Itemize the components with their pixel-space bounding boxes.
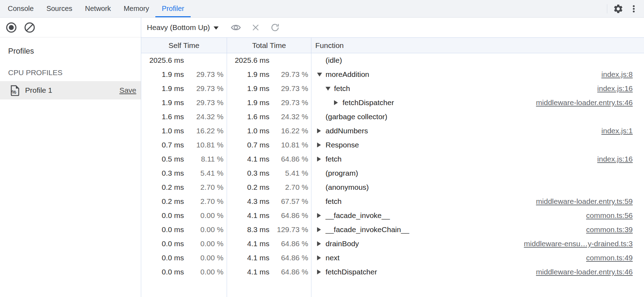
total-time-pct: 64.86 %: [269, 240, 308, 248]
profile-table-row[interactable]: 2025.6 ms 2025.6 ms (idle): [141, 53, 644, 67]
expand-arrow-icon[interactable]: [317, 241, 321, 246]
self-time-pct: 0.00 %: [184, 254, 223, 262]
source-location-link[interactable]: index.js:1: [594, 127, 644, 135]
profile-document-percent-icon: %: [10, 85, 19, 96]
self-time-pct: 0.00 %: [184, 225, 223, 234]
function-name: __facade_invokeChain__: [326, 225, 409, 234]
profile-table-row[interactable]: 0.2 ms 2.70 % 4.3 ms 67.57 % fetch middl…: [141, 194, 644, 208]
profile-table-row[interactable]: 0.2 ms 2.70 % 0.2 ms 2.70 % (anonymous): [141, 180, 644, 194]
source-location-link[interactable]: index.js:16: [590, 84, 644, 93]
self-time-pct: 5.41 %: [184, 169, 223, 177]
profile-table-row[interactable]: 1.0 ms 16.22 % 1.0 ms 16.22 % addNumbers…: [141, 124, 644, 138]
self-time-ms: 0.0 ms: [141, 240, 184, 248]
total-time-ms: 8.3 ms: [227, 225, 269, 234]
column-header-self-time[interactable]: Self Time: [141, 38, 227, 53]
function-name: fetch: [326, 197, 342, 206]
total-time-ms: 4.1 ms: [227, 211, 269, 220]
tab-sources[interactable]: Sources: [40, 0, 78, 17]
expand-arrow-slot: [326, 87, 334, 91]
column-header-function[interactable]: Function: [311, 38, 644, 53]
tab-memory[interactable]: Memory: [117, 0, 155, 17]
save-profile-link[interactable]: Save: [119, 86, 136, 95]
self-time-cell: 1.0 ms 16.22 %: [141, 124, 227, 138]
focus-function-button[interactable]: [231, 22, 241, 33]
expand-arrow-icon[interactable]: [317, 255, 321, 260]
total-time-pct: 29.73 %: [269, 70, 308, 79]
expand-arrow-icon[interactable]: [317, 269, 321, 274]
profile-table-row[interactable]: 0.7 ms 10.81 % 0.7 ms 10.81 % Response: [141, 138, 644, 152]
view-mode-label: Heavy (Bottom Up): [147, 23, 210, 32]
source-location-link[interactable]: index.js:16: [590, 155, 644, 163]
total-time-ms: 1.9 ms: [227, 84, 269, 93]
total-time-cell: 1.9 ms 29.73 %: [227, 81, 311, 96]
expand-arrow-icon[interactable]: [317, 128, 321, 133]
record-profile-button[interactable]: [6, 22, 17, 33]
self-time-pct: 2.70 %: [184, 183, 223, 192]
function-cell: drainBody middleware-ensu…y-drained.ts:3: [311, 237, 644, 251]
settings-gear-button[interactable]: [613, 4, 624, 14]
expand-arrow-icon[interactable]: [317, 227, 321, 232]
function-cell: addNumbers index.js:1: [311, 124, 644, 138]
self-time-ms: 1.6 ms: [141, 113, 184, 121]
tab-profiler[interactable]: Profiler: [155, 0, 190, 17]
profile-table-row[interactable]: 0.0 ms 0.00 % 4.1 ms 64.86 % next common…: [141, 251, 644, 265]
profile-list-item-selected[interactable]: % Profile 1 Save: [0, 81, 141, 99]
clear-profiles-button[interactable]: [24, 22, 35, 33]
profile-table-row[interactable]: 0.0 ms 0.00 % 4.1 ms 64.86 % __facade_in…: [141, 208, 644, 223]
source-location-link[interactable]: common.ts:39: [579, 225, 644, 234]
source-location-link[interactable]: middleware-loader.entry.ts:46: [529, 98, 644, 107]
self-time-cell: 0.0 ms 0.00 %: [141, 265, 227, 279]
source-location-link[interactable]: middleware-loader.entry.ts:46: [529, 268, 644, 276]
more-options-button[interactable]: [629, 4, 638, 13]
total-time-pct: 64.86 %: [269, 254, 308, 262]
tab-console[interactable]: Console: [1, 0, 40, 17]
total-time-pct: 24.32 %: [269, 113, 308, 121]
profile-table-row[interactable]: 1.9 ms 29.73 % 1.9 ms 29.73 % fetchDispa…: [141, 96, 644, 110]
expand-arrow-icon[interactable]: [334, 100, 338, 105]
total-time-cell: 4.1 ms 64.86 %: [227, 208, 311, 223]
profile-table-row[interactable]: 1.9 ms 29.73 % 1.9 ms 29.73 % moreAdditi…: [141, 67, 644, 81]
profile-table-row[interactable]: 1.6 ms 24.32 % 1.6 ms 24.32 % (garbage c…: [141, 110, 644, 124]
total-time-pct: 64.86 %: [269, 211, 308, 220]
self-time-ms: 0.3 ms: [141, 169, 184, 177]
function-name: (garbage collector): [326, 113, 387, 121]
profile-table-row[interactable]: 1.9 ms 29.73 % 1.9 ms 29.73 % fetch inde…: [141, 81, 644, 96]
total-time-cell: 0.7 ms 10.81 %: [227, 138, 311, 152]
profile-table-row[interactable]: 0.0 ms 0.00 % 8.3 ms 129.73 % __facade_i…: [141, 223, 644, 237]
expand-arrow-slot: [317, 255, 326, 260]
view-mode-dropdown[interactable]: Heavy (Bottom Up): [147, 23, 219, 32]
total-time-ms: 1.0 ms: [227, 127, 269, 135]
profile-table-row[interactable]: 0.5 ms 8.11 % 4.1 ms 64.86 % fetch index…: [141, 152, 644, 166]
reload-icon: [270, 23, 280, 32]
source-location-link[interactable]: common.ts:49: [579, 254, 644, 262]
source-location-link[interactable]: common.ts:56: [579, 211, 644, 220]
self-time-ms: 0.2 ms: [141, 183, 184, 192]
self-time-cell: 0.0 ms 0.00 %: [141, 251, 227, 265]
profiler-record-toolbar: [0, 18, 141, 37]
total-time-ms: 0.2 ms: [227, 183, 269, 192]
function-cell: __facade_invokeChain__ common.ts:39: [311, 223, 644, 237]
self-time-pct: 29.73 %: [184, 84, 223, 93]
expand-arrow-icon[interactable]: [317, 143, 321, 147]
self-time-cell: 0.0 ms 0.00 %: [141, 237, 227, 251]
expand-arrow-icon[interactable]: [317, 213, 321, 218]
source-location-link[interactable]: middleware-ensu…y-drained.ts:3: [517, 240, 644, 248]
tab-network[interactable]: Network: [79, 0, 117, 17]
profile-table-row[interactable]: 0.3 ms 5.41 % 0.3 ms 5.41 % (program): [141, 166, 644, 180]
source-location-link[interactable]: index.js:8: [594, 70, 644, 79]
function-cell: (idle): [311, 53, 644, 67]
expand-arrow-icon[interactable]: [326, 87, 330, 91]
restore-functions-button[interactable]: [270, 23, 280, 32]
devtools-tabbar: ConsoleSourcesNetworkMemoryProfiler: [0, 0, 644, 18]
expand-arrow-icon[interactable]: [317, 157, 321, 162]
expand-arrow-slot: [334, 100, 342, 105]
profile-table-row[interactable]: 0.0 ms 0.00 % 4.1 ms 64.86 % fetchDispat…: [141, 265, 644, 279]
source-location-link[interactable]: middleware-loader.entry.ts:59: [529, 197, 644, 206]
profile-table-row[interactable]: 0.0 ms 0.00 % 4.1 ms 64.86 % drainBody m…: [141, 237, 644, 251]
total-time-pct: 29.73 %: [269, 98, 308, 107]
column-header-total-time[interactable]: Total Time: [227, 38, 311, 53]
expand-arrow-slot: [317, 213, 326, 218]
expand-arrow-icon[interactable]: [317, 73, 322, 77]
exclude-function-button[interactable]: [251, 23, 260, 32]
expand-arrow-slot: [317, 227, 326, 232]
